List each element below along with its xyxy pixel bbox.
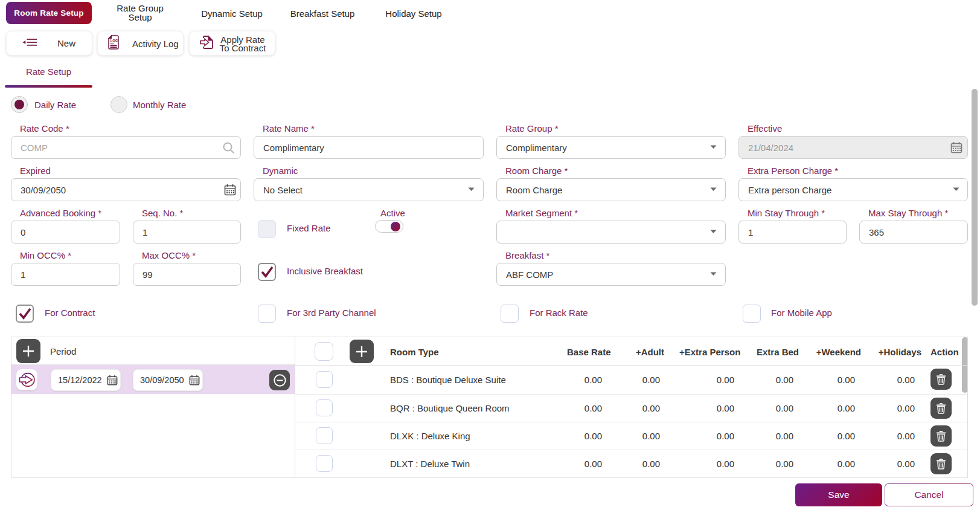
svg-text:LOG: LOG xyxy=(110,39,118,42)
